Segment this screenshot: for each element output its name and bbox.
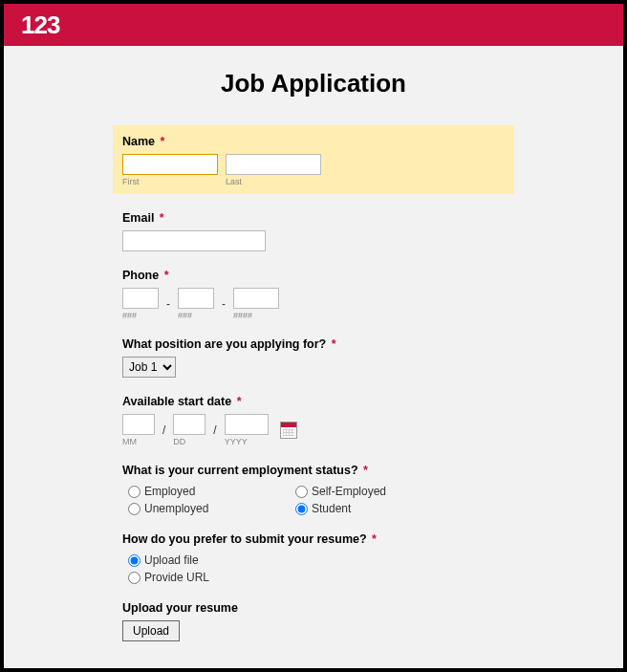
- radio-upload-file[interactable]: Upload file: [128, 553, 505, 567]
- field-name: Name * First Last: [113, 125, 514, 194]
- calendar-icon[interactable]: [280, 422, 297, 439]
- phone-line-input[interactable]: [233, 288, 279, 309]
- required-marker: *: [363, 464, 368, 477]
- radio-student-label: Student: [312, 502, 351, 515]
- position-label-text: What position are you applying for?: [122, 337, 326, 351]
- employment-status-label: What is your current employment status? …: [122, 464, 505, 477]
- radio-upload-file-input[interactable]: [128, 554, 141, 567]
- date-sub-dd: DD: [173, 437, 205, 446]
- last-name-input[interactable]: [226, 154, 321, 175]
- position-select[interactable]: Job 1: [122, 357, 176, 378]
- resume-method-label-text: How do you prefer to submit your resume?: [122, 532, 367, 546]
- date-sub-yyyy: YYYY: [225, 437, 269, 446]
- required-marker: *: [237, 395, 242, 408]
- required-marker: *: [161, 135, 165, 148]
- radio-provide-url-label: Provide URL: [144, 571, 209, 584]
- brand-logo: 123: [21, 11, 59, 40]
- radio-unemployed-input[interactable]: [128, 503, 141, 515]
- phone-sub2: ###: [178, 311, 214, 320]
- phone-label: Phone *: [122, 269, 505, 282]
- email-input[interactable]: [122, 230, 266, 251]
- field-employment-status: What is your current employment status? …: [122, 464, 505, 515]
- phone-sub3: ####: [233, 311, 279, 320]
- field-resume-method: How do you prefer to submit your resume?…: [122, 532, 505, 584]
- upload-button[interactable]: Upload: [122, 620, 180, 641]
- radio-employed-label: Employed: [144, 485, 195, 498]
- phone-sep: -: [222, 297, 226, 311]
- field-email: Email *: [122, 211, 505, 251]
- page-title: Job Application: [4, 69, 623, 98]
- radio-employed-input[interactable]: [128, 486, 141, 498]
- radio-unemployed[interactable]: Unemployed: [128, 502, 295, 515]
- date-sub-mm: MM: [122, 437, 155, 446]
- radio-provide-url-input[interactable]: [128, 572, 141, 584]
- upload-label: Upload your resume: [122, 601, 505, 615]
- position-label: What position are you applying for? *: [122, 337, 505, 351]
- required-marker: *: [164, 269, 169, 282]
- radio-self-employed-input[interactable]: [295, 486, 308, 498]
- date-sep: /: [162, 423, 165, 437]
- name-label-text: Name: [122, 135, 155, 148]
- field-phone: Phone * ### - ### - ##: [122, 269, 505, 320]
- last-name-sublabel: Last: [226, 177, 321, 186]
- upload-label-text: Upload your resume: [122, 601, 238, 615]
- date-month-input[interactable]: [122, 414, 155, 435]
- radio-upload-file-label: Upload file: [144, 553, 199, 567]
- email-label: Email *: [122, 211, 505, 225]
- date-day-input[interactable]: [173, 414, 205, 435]
- email-label-text: Email: [122, 211, 154, 225]
- phone-sub1: ###: [122, 311, 159, 320]
- phone-area-input[interactable]: [122, 288, 159, 309]
- radio-employed[interactable]: Employed: [128, 485, 295, 498]
- required-marker: *: [332, 337, 336, 351]
- radio-unemployed-label: Unemployed: [144, 502, 208, 515]
- radio-self-employed[interactable]: Self-Employed: [295, 485, 463, 498]
- required-marker: *: [160, 211, 164, 225]
- radio-student-input[interactable]: [295, 503, 308, 515]
- start-date-label: Available start date *: [122, 395, 505, 408]
- date-year-input[interactable]: [225, 414, 269, 435]
- radio-student[interactable]: Student: [295, 502, 463, 515]
- resume-method-label: How do you prefer to submit your resume?…: [122, 532, 505, 546]
- phone-label-text: Phone: [122, 269, 159, 282]
- start-date-label-text: Available start date: [122, 395, 231, 408]
- date-sep: /: [213, 423, 216, 437]
- employment-status-label-text: What is your current employment status?: [122, 464, 358, 477]
- phone-prefix-input[interactable]: [178, 288, 214, 309]
- job-application-form: Name * First Last Email: [122, 125, 505, 641]
- field-position: What position are you applying for? * Jo…: [122, 337, 505, 378]
- form-page: Job Application Name * First Last: [4, 46, 623, 668]
- field-upload: Upload your resume Upload: [122, 601, 505, 641]
- phone-sep: -: [166, 297, 170, 311]
- first-name-sublabel: First: [122, 177, 218, 186]
- radio-self-employed-label: Self-Employed: [312, 485, 386, 498]
- first-name-input[interactable]: [122, 154, 218, 175]
- name-label: Name *: [122, 135, 505, 148]
- required-marker: *: [372, 532, 377, 546]
- radio-provide-url[interactable]: Provide URL: [128, 571, 505, 584]
- app-header: 123: [4, 4, 623, 46]
- field-start-date: Available start date * MM / DD /: [122, 395, 505, 446]
